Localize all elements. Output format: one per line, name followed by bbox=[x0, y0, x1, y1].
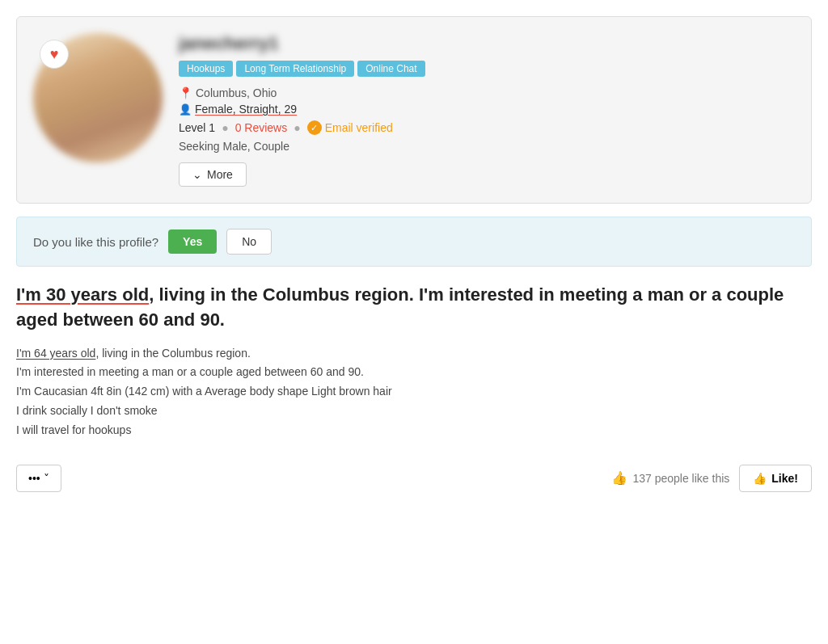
level-text: Level 1 bbox=[179, 121, 215, 134]
tag-longterm: Long Term Relationship bbox=[236, 61, 354, 77]
bio-line-3: I'm Caucasian 4ft 8in (142 cm) with a Av… bbox=[16, 382, 812, 402]
dot-1: ● bbox=[222, 121, 228, 134]
tag-chat: Online Chat bbox=[357, 61, 425, 77]
profile-card: ♥ janecherry1 Hookups Long Term Relation… bbox=[16, 16, 812, 204]
gender-icon bbox=[179, 103, 192, 116]
no-button[interactable]: No bbox=[226, 229, 272, 255]
verified-badge: ✓ Email verified bbox=[307, 120, 393, 135]
tag-hookups: Hookups bbox=[179, 61, 233, 77]
verified-icon: ✓ bbox=[307, 120, 322, 135]
verified-label: Email verified bbox=[325, 121, 393, 134]
dots-button[interactable]: ••• ˅ bbox=[16, 465, 61, 492]
location-text: Columbus, Ohio bbox=[196, 86, 277, 99]
yes-button[interactable]: Yes bbox=[168, 229, 217, 254]
like-button-label: Like! bbox=[771, 472, 798, 485]
thumbsup-icon: 👍 bbox=[611, 470, 627, 486]
bio-line-2: I'm interested in meeting a man or a cou… bbox=[16, 363, 812, 382]
profile-info: janecherry1 Hookups Long Term Relationsh… bbox=[179, 33, 795, 187]
bio-line-4: I drink socially I don't smoke bbox=[16, 402, 812, 421]
gender-text: Female, Straight, 29 bbox=[195, 103, 297, 116]
bio-heading: I'm 30 years old, living in the Columbus… bbox=[16, 283, 812, 333]
username: janecherry1 bbox=[179, 33, 795, 54]
bio-line1-rest: , living in the Columbus region. bbox=[95, 347, 250, 360]
stats-row: Level 1 ● 0 Reviews ● ✓ Email verified bbox=[179, 120, 795, 135]
bio-age-highlight: I'm 30 years old bbox=[16, 284, 149, 305]
seeking-row: Seeking Male, Couple bbox=[179, 140, 795, 153]
tags-container: Hookups Long Term Relationship Online Ch… bbox=[179, 61, 795, 77]
chevron-down-icon: ⌄ bbox=[192, 168, 202, 181]
more-button[interactable]: ⌄ More bbox=[179, 162, 247, 187]
like-button[interactable]: 👍 Like! bbox=[739, 465, 812, 492]
likes-count: 👍 137 people like this bbox=[611, 470, 729, 486]
reviews-link[interactable]: 0 Reviews bbox=[235, 121, 288, 134]
like-question: Do you like this profile? bbox=[33, 235, 158, 249]
bio-details: I'm 64 years old, living in the Columbus… bbox=[16, 344, 812, 440]
bio-line-5: I will travel for hookups bbox=[16, 421, 812, 440]
likes-count-text: 137 people like this bbox=[632, 472, 729, 485]
bio-line-1: I'm 64 years old, living in the Columbus… bbox=[16, 344, 812, 364]
like-bar: Do you like this profile? Yes No bbox=[16, 217, 812, 267]
bottom-bar: ••• ˅ 👍 137 people like this 👍 Like! bbox=[16, 457, 812, 492]
location-row: Columbus, Ohio bbox=[179, 86, 795, 99]
bio-age-small: I'm 64 years old bbox=[16, 347, 95, 360]
like-thumbsup-icon: 👍 bbox=[753, 472, 767, 485]
dot-2: ● bbox=[294, 121, 300, 134]
location-icon bbox=[179, 86, 192, 99]
more-label: More bbox=[207, 168, 233, 181]
avatar-container: ♥ bbox=[33, 33, 163, 162]
heart-button[interactable]: ♥ bbox=[40, 40, 69, 69]
gender-row: Female, Straight, 29 bbox=[179, 103, 795, 116]
